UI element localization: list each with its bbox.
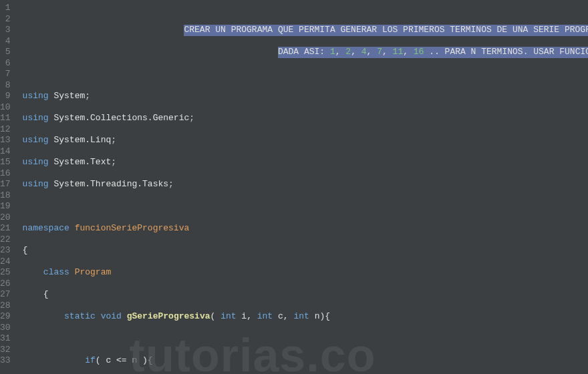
line-number: 21 (0, 223, 11, 234)
code-line: static void gSerieProgresiva( int i, int… (23, 311, 588, 323)
line-number: 33 (0, 355, 11, 367)
line-number: 19 (0, 201, 11, 212)
code-line: using System.Threading.Tasks; (23, 179, 588, 190)
code-line: { (23, 245, 588, 256)
line-number: 2 (0, 14, 11, 25)
line-number: 9 (0, 91, 11, 102)
line-number: 13 (0, 135, 11, 146)
code-line: { (23, 289, 588, 301)
code-line: using System.Collections.Generic; (23, 113, 588, 124)
line-number: 14 (0, 146, 11, 158)
line-number: 29 (0, 311, 11, 323)
line-number: 17 (0, 179, 11, 190)
line-number: 15 (0, 157, 11, 168)
line-number: 32 (0, 345, 11, 356)
line-number: 30 (0, 323, 11, 334)
line-number: 27 (0, 289, 11, 301)
line-number: 22 (0, 234, 11, 246)
line-number: 18 (0, 190, 11, 202)
line-number: 10 (0, 102, 11, 114)
code-area[interactable]: CREAR UN PROGRAMA QUE PERMITA GENERAR LO… (16, 0, 588, 374)
code-editor[interactable]: 1234567891011121314151617181920212223242… (0, 0, 588, 374)
line-number: 26 (0, 278, 11, 290)
line-number: 20 (0, 212, 11, 224)
code-line: class Program (23, 267, 588, 278)
line-number: 6 (0, 58, 11, 69)
code-line: using System.Linq; (23, 135, 588, 146)
line-number: 12 (0, 124, 11, 136)
code-line (23, 69, 588, 80)
code-line (23, 333, 588, 345)
line-number-gutter: 1234567891011121314151617181920212223242… (0, 0, 16, 374)
line-number: 11 (0, 113, 11, 124)
code-line: using System; (23, 91, 588, 102)
line-number: 25 (0, 267, 11, 278)
line-number: 16 (0, 168, 11, 180)
code-line (23, 201, 588, 212)
line-number: 7 (0, 69, 11, 80)
code-line: CREAR UN PROGRAMA QUE PERMITA GENERAR LO… (23, 25, 588, 36)
line-number: 24 (0, 256, 11, 268)
code-line: DADA ASI: 1, 2, 4, 7, 11, 16 .. PARA N T… (23, 47, 588, 58)
code-line: namespace funcionSerieProgresiva (23, 223, 588, 234)
code-line: if( c <= n ){ (23, 355, 588, 367)
line-number: 28 (0, 301, 11, 312)
line-number: 23 (0, 245, 11, 256)
line-number: 3 (0, 25, 11, 36)
line-number: 1 (0, 3, 11, 14)
line-number: 8 (0, 80, 11, 91)
line-number: 31 (0, 333, 11, 345)
line-number: 5 (0, 47, 11, 58)
code-line: using System.Text; (23, 157, 588, 168)
line-number: 4 (0, 36, 11, 47)
